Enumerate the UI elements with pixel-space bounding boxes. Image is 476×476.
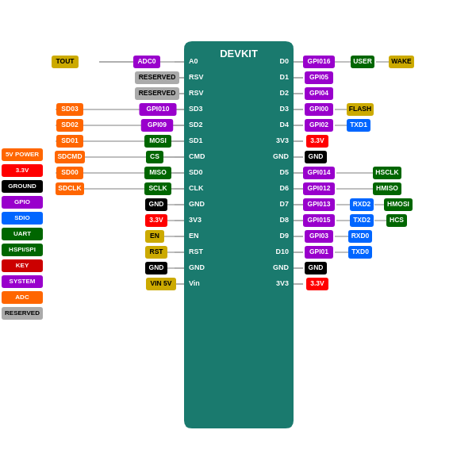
devkit-diagram [0, 0, 476, 476]
